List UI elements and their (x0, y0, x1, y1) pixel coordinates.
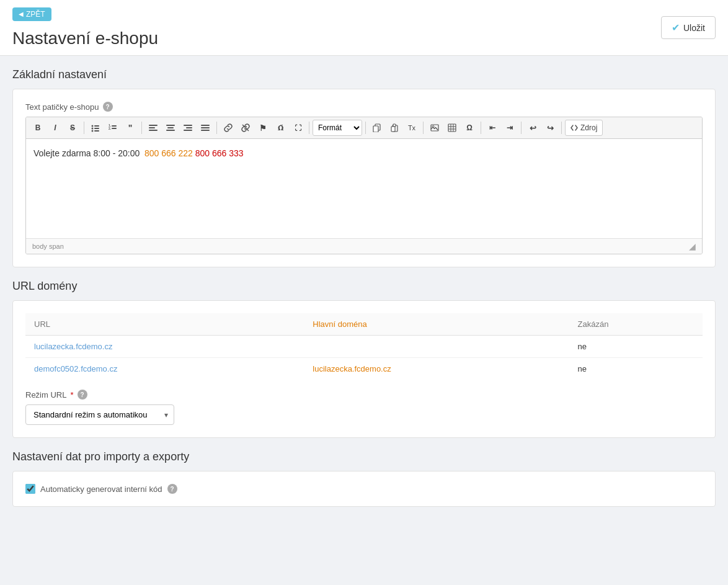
back-button[interactable]: ◀ ZPĚT (12, 7, 51, 21)
svg-rect-24 (373, 126, 378, 132)
blockquote-button[interactable]: " (122, 120, 138, 136)
undo-button[interactable]: ↩ (525, 120, 541, 136)
svg-rect-21 (201, 130, 210, 131)
svg-rect-30 (448, 124, 456, 132)
toolbar-sep-6 (423, 122, 424, 134)
copy-button[interactable] (369, 120, 385, 136)
url-mode-group: Režim URL * ? Standardní režim s automat… (25, 390, 703, 425)
table-row: demofc0502.fcdemo.cz lucilazecka.fcdemo.… (25, 358, 703, 380)
editor-plain-text: Volejte zdarma 8:00 - 20:00 (33, 148, 144, 158)
svg-rect-18 (184, 130, 192, 131)
page-title: Nastavení e-shopu (12, 29, 158, 48)
svg-rect-7 (112, 125, 117, 127)
save-button[interactable]: ✔ Uložit (661, 16, 716, 39)
svg-rect-5 (94, 130, 99, 132)
align-left-button[interactable] (145, 120, 161, 136)
editor-content[interactable]: Volejte zdarma 8:00 - 20:00 800 666 222 … (26, 139, 702, 238)
phone2: 800 666 333 (195, 148, 244, 158)
auto-code-checkbox[interactable] (25, 484, 35, 494)
format-select[interactable]: Formát (313, 120, 362, 136)
resize-handle[interactable]: ◢ (689, 241, 696, 251)
auto-code-help-icon[interactable]: ? (167, 484, 177, 494)
clear-format-button[interactable]: Tx (404, 120, 420, 136)
toolbar-sep-8 (521, 122, 522, 134)
phone1: 800 666 222 (144, 148, 193, 158)
svg-text:2.: 2. (109, 127, 112, 130)
basic-settings-card: Text patičky e-shopu ? B I S 1.2. " (12, 89, 716, 267)
svg-rect-27 (391, 127, 395, 132)
italic-button[interactable]: I (47, 120, 63, 136)
url-mode-help-icon[interactable]: ? (78, 390, 87, 400)
svg-rect-12 (149, 130, 158, 131)
toolbar-sep-1 (84, 122, 84, 134)
required-marker: * (70, 390, 73, 400)
paste-button[interactable] (386, 120, 402, 136)
basic-settings-section: Základní nastavení Text patičky e-shopu … (12, 68, 716, 267)
toolbar-sep-2 (141, 122, 142, 134)
imports-section: Nastavení dat pro importy a exporty Auto… (12, 450, 716, 507)
back-arrow-icon: ◀ (19, 11, 24, 17)
svg-rect-14 (167, 127, 174, 128)
save-label: Uložit (683, 23, 705, 33)
align-center-button[interactable] (162, 120, 179, 136)
auto-code-group: Automaticky generovat interní kód ? (25, 484, 703, 494)
svg-rect-26 (393, 124, 396, 127)
url-col-header: URL (25, 313, 304, 336)
basic-settings-title: Základní nastavení (12, 68, 716, 81)
footer-text-help-icon[interactable]: ? (103, 102, 113, 112)
align-justify-button[interactable] (197, 120, 213, 136)
editor-toolbar: B I S 1.2. " (26, 117, 702, 139)
svg-rect-3 (94, 128, 99, 129)
url-mode-label: Režim URL * ? (25, 390, 703, 400)
table-button[interactable] (444, 120, 460, 136)
unordered-list-button[interactable] (87, 120, 104, 136)
special-chars-button[interactable]: Ω̈ (272, 120, 288, 136)
table-row: lucilazecka.fcdemo.cz ne (25, 336, 703, 358)
bold-button[interactable]: B (30, 120, 46, 136)
main-domain-cell-2[interactable]: lucilazecka.fcdemo.cz (304, 358, 569, 380)
indent-less-button[interactable]: ⇤ (484, 120, 500, 136)
align-right-button[interactable] (180, 120, 196, 136)
svg-rect-10 (149, 125, 158, 126)
fullscreen-button[interactable]: ⛶ (290, 120, 306, 136)
svg-rect-16 (184, 125, 192, 126)
url-mode-select[interactable]: Standardní režim s automatikou Ruční rež… (25, 404, 174, 425)
toolbar-sep-9 (561, 122, 562, 134)
check-icon: ✔ (672, 22, 680, 33)
editor-tags: body span (32, 243, 64, 250)
imports-card: Automaticky generovat interní kód ? (12, 471, 716, 507)
zakaz-cell-2: ne (569, 358, 703, 380)
toolbar-sep-3 (216, 122, 217, 134)
footer-text-label: Text patičky e-shopu ? (25, 102, 703, 112)
zakaz-col-header: Zakázán (569, 313, 703, 336)
svg-rect-11 (149, 127, 155, 128)
editor-footer: body span ◢ (26, 238, 702, 254)
url-mode-select-wrapper: Standardní režim s automatikou Ruční rež… (25, 404, 174, 425)
link-button[interactable] (220, 120, 236, 136)
url-cell-1[interactable]: lucilazecka.fcdemo.cz (25, 336, 304, 358)
url-table: URL Hlavní doména Zakázán lucilazecka.fc… (25, 313, 703, 380)
auto-code-label: Automaticky generovat interní kód (40, 485, 162, 494)
main-domain-cell-1 (304, 336, 569, 358)
svg-rect-19 (201, 125, 210, 126)
svg-rect-17 (186, 127, 192, 128)
zakaz-cell-1: ne (569, 336, 703, 358)
indent-more-button[interactable]: ⇥ (502, 120, 518, 136)
source-button[interactable]: Zdroj (565, 120, 603, 136)
back-label: ZPĚT (26, 10, 45, 19)
flag-button[interactable]: ⚑ (255, 120, 271, 136)
svg-point-2 (92, 128, 94, 130)
unlink-button[interactable] (237, 120, 254, 136)
source-label: Zdroj (580, 123, 597, 132)
strikethrough-button[interactable]: S (64, 120, 81, 136)
url-cell-2[interactable]: demofc0502.fcdemo.cz (25, 358, 304, 380)
imports-section-title: Nastavení dat pro importy a exporty (12, 450, 716, 463)
svg-rect-20 (201, 127, 210, 128)
svg-line-22 (242, 125, 249, 131)
image-button[interactable] (427, 120, 443, 136)
url-card: URL Hlavní doména Zakázán lucilazecka.fc… (12, 300, 716, 438)
svg-rect-9 (112, 128, 117, 129)
omega-button[interactable]: Ω (461, 120, 477, 136)
ordered-list-button[interactable]: 1.2. (105, 120, 121, 136)
redo-button[interactable]: ↪ (542, 120, 558, 136)
